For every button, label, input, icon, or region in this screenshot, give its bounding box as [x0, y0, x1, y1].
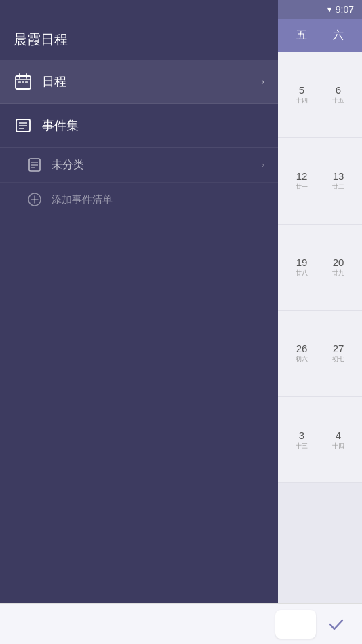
checkmark-icon [327, 615, 346, 634]
cal-day-26[interactable]: 26 初六 [283, 343, 320, 364]
bottom-check-button[interactable] [321, 609, 351, 639]
menu-item-schedule[interactable]: 日程 › [0, 60, 278, 104]
cal-header-fri: 五 [283, 29, 320, 43]
wifi-icon: ▾ [327, 5, 331, 14]
calendar-week-5: 3 十三 4 十四 [278, 397, 362, 483]
cal-day-13[interactable]: 13 廿二 [320, 170, 357, 191]
cal-day-6[interactable]: 6 十五 [320, 84, 357, 105]
sidebar-menu: 日程 › 事件集 [0, 60, 278, 644]
status-bar: ▾ 9:07 [0, 0, 362, 19]
document-icon [27, 157, 42, 172]
add-circle-icon [27, 192, 42, 207]
app-title: 晨霞日程 [14, 31, 68, 49]
list-icon [14, 116, 33, 135]
cal-header-sat: 六 [320, 29, 357, 43]
status-time: 9:07 [336, 4, 354, 15]
cal-day-3[interactable]: 3 十三 [283, 430, 320, 451]
calendar-week-1: 5 十四 6 十五 [278, 52, 362, 138]
submenu-uncategorized-label: 未分类 [52, 158, 262, 172]
status-bar-left-bg [0, 0, 278, 19]
svg-rect-5 [22, 81, 24, 83]
main-container: 晨霞日程 日程 › [0, 19, 362, 644]
menu-item-events[interactable]: 事件集 [0, 104, 278, 148]
menu-item-schedule-label: 日程 [42, 73, 261, 90]
cal-day-20[interactable]: 20 廿九 [320, 257, 357, 278]
svg-rect-6 [25, 81, 28, 83]
calendar-week-4: 26 初六 27 初七 [278, 311, 362, 397]
cal-day-5[interactable]: 5 十四 [283, 84, 320, 105]
calendar-panel: 五 六 5 十四 6 十五 12 廿一 [278, 19, 362, 644]
add-event-list-label: 添加事件清单 [52, 193, 113, 206]
schedule-arrow-icon: › [261, 76, 264, 87]
cal-day-19[interactable]: 19 廿八 [283, 257, 320, 278]
submenu-item-uncategorized[interactable]: 未分类 › [0, 148, 278, 183]
cal-day-4[interactable]: 4 十四 [320, 430, 357, 451]
svg-rect-4 [18, 81, 21, 83]
calendar-icon [14, 72, 33, 91]
uncategorized-arrow-icon: › [262, 160, 264, 170]
add-event-list-button[interactable]: 添加事件清单 [0, 183, 278, 216]
calendar-week-3: 19 廿八 20 廿九 [278, 225, 362, 311]
bottom-bar [0, 603, 362, 644]
sidebar: 晨霞日程 日程 › [0, 19, 278, 644]
calendar-header-row: 五 六 [278, 19, 362, 52]
cal-day-12[interactable]: 12 廿一 [283, 170, 320, 191]
cal-day-27[interactable]: 27 初七 [320, 343, 357, 364]
menu-item-events-label: 事件集 [42, 117, 264, 134]
sidebar-header: 晨霞日程 [0, 19, 278, 60]
calendar-week-2: 12 廿一 13 廿二 [278, 138, 362, 224]
bottom-action-button[interactable] [275, 610, 316, 639]
calendar-weeks: 5 十四 6 十五 12 廿一 13 廿二 [278, 52, 362, 644]
